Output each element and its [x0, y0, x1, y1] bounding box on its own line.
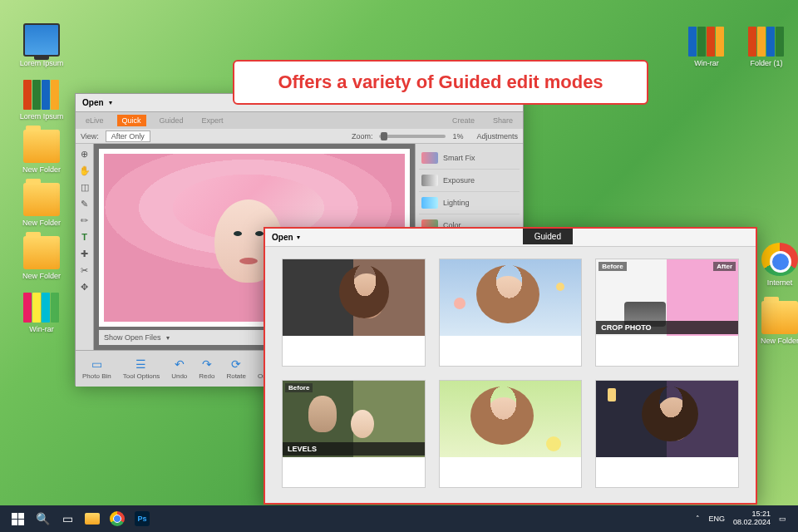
photo-bin-icon: ▭: [91, 357, 102, 371]
desktop-icon-folder-1[interactable]: New Folder: [18, 130, 65, 174]
desktop-icon-lorem-2[interactable]: Lorem Ipsum: [18, 76, 65, 121]
before-flag: Before: [598, 262, 626, 271]
callout-banner: Offers a variety of Guided edit modes: [233, 60, 648, 105]
guided-titlebar: Open ▾ Guided: [265, 229, 756, 247]
chrome-taskbar-icon[interactable]: [105, 507, 130, 530]
photoshop-taskbar-icon[interactable]: Ps: [130, 507, 155, 530]
chrome-icon: [110, 511, 125, 526]
hand-tool-icon[interactable]: ✋: [78, 164, 91, 177]
taskview-icon: ▭: [62, 512, 73, 525]
brush-tool-icon[interactable]: ✏: [78, 214, 91, 227]
folder-icon: [85, 513, 100, 525]
icon-label: New Folder: [18, 219, 65, 227]
card-thumbnail: [596, 381, 738, 457]
editor-mode-tabs: eLive Quick Guided Expert Create Share: [76, 112, 523, 129]
view-label: View:: [81, 132, 99, 140]
icon-label: Lorem Ipsum: [18, 112, 65, 121]
icon-label: Lorem Ipsum: [18, 59, 65, 67]
notifications-icon[interactable]: ▭: [779, 515, 786, 523]
after-flag: After: [713, 262, 736, 271]
open-menu[interactable]: Open: [272, 233, 293, 242]
tab-elive[interactable]: eLive: [81, 115, 109, 126]
svg-rect-0: [12, 513, 17, 519]
desktop-icon-winrar-2[interactable]: Win-rar: [683, 23, 730, 67]
taskview-button[interactable]: ▭: [55, 507, 80, 530]
desktop-icon-folder-r1[interactable]: Folder (1): [743, 23, 790, 67]
card-thumbnail: [283, 259, 425, 336]
clock[interactable]: 15:21 08.02.2024: [733, 510, 771, 527]
chrome-icon: [761, 243, 798, 276]
windows-icon: [12, 513, 24, 525]
adjustment-lighting[interactable]: Lighting: [419, 192, 520, 214]
crop-tool-icon[interactable]: ✂: [78, 264, 91, 277]
language-indicator[interactable]: ENG: [708, 515, 725, 523]
text-tool-icon[interactable]: T: [78, 230, 91, 244]
guided-grid: Before After CROP PHOTO Before LEVELS: [265, 247, 756, 500]
eyedropper-tool-icon[interactable]: ✎: [78, 197, 91, 210]
tab-quick[interactable]: Quick: [117, 115, 146, 126]
dropdown-icon[interactable]: ▾: [297, 234, 300, 241]
desktop-icon-lorem-1[interactable]: Lorem Ipsum: [18, 23, 65, 67]
view-mode-select[interactable]: After Only: [106, 131, 150, 142]
explorer-taskbar-icon[interactable]: [80, 507, 105, 530]
guided-card[interactable]: [439, 380, 583, 488]
redo-icon: ↷: [202, 357, 212, 371]
adjustment-smartfix[interactable]: Smart Fix: [419, 147, 520, 170]
desktop-icon-winrar[interactable]: Win-rar: [18, 289, 65, 333]
guided-tab[interactable]: Guided: [523, 229, 573, 244]
icon-label: Internet: [756, 278, 798, 287]
callout-text: Offers a variety of Guided edit modes: [251, 71, 630, 93]
icon-label: Folder (1): [743, 59, 790, 67]
undo-button[interactable]: ↶Undo: [171, 357, 187, 380]
open-menu[interactable]: Open: [82, 98, 104, 107]
tab-expert[interactable]: Expert: [197, 115, 229, 126]
zoom-slider[interactable]: [379, 135, 446, 138]
zoom-value: 1%: [452, 132, 463, 140]
zoom-label: Zoom:: [352, 132, 373, 140]
zoom-tool-icon[interactable]: ⊕: [78, 147, 91, 160]
card-thumbnail: [440, 259, 582, 336]
guided-card-crop[interactable]: Before After CROP PHOTO: [595, 259, 739, 367]
ps-icon: Ps: [135, 511, 150, 526]
undo-icon: ↶: [175, 357, 185, 371]
desktop-icon-chrome[interactable]: Internet: [756, 243, 798, 287]
guided-card-levels[interactable]: Before LEVELS: [282, 380, 426, 488]
guided-card[interactable]: [595, 380, 739, 488]
photo-bin-button[interactable]: ▭Photo Bin: [82, 357, 111, 380]
card-thumbnail: [440, 381, 582, 457]
tool-palette: ⊕ ✋ ◫ ✎ ✏ T ✚ ✂ ✥: [76, 144, 94, 350]
redo-button[interactable]: ↷Redo: [199, 357, 214, 380]
tab-guided[interactable]: Guided: [155, 115, 189, 126]
icon-label: New Folder: [18, 165, 65, 174]
start-button[interactable]: [5, 507, 30, 530]
guided-card[interactable]: [439, 259, 583, 367]
select-tool-icon[interactable]: ◫: [78, 180, 91, 194]
winrar-icon: [23, 289, 60, 323]
share-menu[interactable]: Share: [488, 115, 518, 126]
guided-window: Open ▾ Guided Before After CROP PH: [264, 227, 757, 505]
svg-rect-1: [18, 513, 24, 519]
adjustments-title: Adjustments: [476, 132, 518, 140]
desktop-icon-folder-2[interactable]: New Folder: [18, 183, 65, 227]
folder-icon: [761, 301, 798, 334]
desktop-icon-folder-3[interactable]: New Folder: [18, 236, 65, 280]
dropdown-icon[interactable]: ▾: [109, 99, 112, 106]
card-caption: CROP PHOTO: [596, 321, 738, 334]
tray-chevron-icon[interactable]: ˄: [696, 515, 700, 523]
folder-icon: [23, 183, 60, 216]
move-tool-icon[interactable]: ✥: [78, 280, 91, 293]
desktop-icon-folder-r2[interactable]: New Folder: [756, 301, 798, 345]
rotate-button[interactable]: ⟳Rotate: [226, 357, 246, 380]
monitor-icon: [23, 23, 60, 57]
search-icon: 🔍: [36, 512, 50, 525]
search-button[interactable]: 🔍: [30, 507, 55, 530]
adjustment-exposure[interactable]: Exposure: [419, 170, 520, 192]
editor-view-bar: View: After Only Zoom: 1% Adjustments: [76, 129, 523, 144]
heal-tool-icon[interactable]: ✚: [78, 247, 91, 260]
tool-options-button[interactable]: ☰Tool Options: [123, 357, 160, 380]
svg-rect-3: [18, 520, 24, 525]
guided-card[interactable]: [282, 259, 426, 367]
books-icon: [748, 23, 785, 57]
rotate-icon: ⟳: [231, 357, 241, 371]
create-menu[interactable]: Create: [447, 115, 480, 126]
